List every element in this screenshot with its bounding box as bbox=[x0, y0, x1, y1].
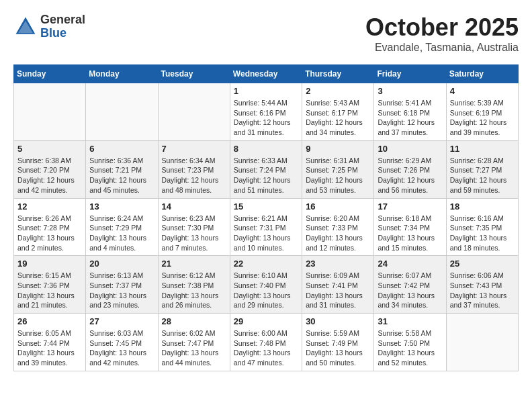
day-number: 5 bbox=[17, 144, 82, 154]
table-row: 18Sunrise: 6:16 AMSunset: 7:35 PMDayligh… bbox=[446, 198, 518, 256]
day-info: Sunrise: 6:34 AMSunset: 7:23 PMDaylight:… bbox=[162, 156, 226, 195]
day-number: 6 bbox=[89, 144, 154, 154]
table-row: 11Sunrise: 6:28 AMSunset: 7:27 PMDayligh… bbox=[446, 140, 518, 198]
table-row: 3Sunrise: 5:41 AMSunset: 6:18 PMDaylight… bbox=[374, 83, 446, 141]
day-info: Sunrise: 6:38 AMSunset: 7:20 PMDaylight:… bbox=[17, 156, 82, 195]
table-row: 24Sunrise: 6:07 AMSunset: 7:42 PMDayligh… bbox=[374, 256, 446, 314]
day-number: 15 bbox=[234, 201, 298, 212]
table-row bbox=[446, 314, 518, 371]
day-number: 25 bbox=[450, 259, 515, 269]
month-title: October 2025 bbox=[365, 13, 519, 42]
day-info: Sunrise: 6:29 AMSunset: 7:26 PMDaylight:… bbox=[378, 156, 442, 195]
day-number: 2 bbox=[306, 86, 370, 96]
table-row: 9Sunrise: 6:31 AMSunset: 7:25 PMDaylight… bbox=[302, 140, 374, 198]
calendar-week-row: 1Sunrise: 5:44 AMSunset: 6:16 PMDaylight… bbox=[14, 83, 519, 141]
table-row: 30Sunrise: 5:59 AMSunset: 7:49 PMDayligh… bbox=[302, 314, 374, 371]
table-row: 2Sunrise: 5:43 AMSunset: 6:17 PMDaylight… bbox=[302, 83, 374, 141]
table-row: 8Sunrise: 6:33 AMSunset: 7:24 PMDaylight… bbox=[230, 140, 302, 198]
day-info: Sunrise: 6:18 AMSunset: 7:34 PMDaylight:… bbox=[378, 214, 442, 253]
logo: General Blue bbox=[13, 13, 85, 40]
day-info: Sunrise: 6:09 AMSunset: 7:41 PMDaylight:… bbox=[306, 271, 370, 310]
day-number: 22 bbox=[234, 259, 298, 269]
day-info: Sunrise: 6:13 AMSunset: 7:37 PMDaylight:… bbox=[89, 271, 154, 310]
day-info: Sunrise: 6:12 AMSunset: 7:38 PMDaylight:… bbox=[162, 271, 226, 310]
day-info: Sunrise: 6:21 AMSunset: 7:31 PMDaylight:… bbox=[234, 214, 298, 253]
day-info: Sunrise: 6:02 AMSunset: 7:47 PMDaylight:… bbox=[162, 328, 226, 368]
table-row: 14Sunrise: 6:23 AMSunset: 7:30 PMDayligh… bbox=[158, 198, 230, 256]
day-number: 23 bbox=[306, 259, 370, 269]
table-row: 13Sunrise: 6:24 AMSunset: 7:29 PMDayligh… bbox=[86, 198, 158, 256]
day-info: Sunrise: 5:41 AMSunset: 6:18 PMDaylight:… bbox=[378, 98, 442, 138]
day-info: Sunrise: 6:28 AMSunset: 7:27 PMDaylight:… bbox=[450, 156, 515, 195]
col-monday: Monday bbox=[86, 65, 158, 83]
day-info: Sunrise: 5:39 AMSunset: 6:19 PMDaylight:… bbox=[450, 98, 515, 138]
day-number: 12 bbox=[17, 201, 82, 212]
table-row bbox=[86, 83, 158, 141]
day-number: 10 bbox=[378, 144, 442, 154]
table-row: 21Sunrise: 6:12 AMSunset: 7:38 PMDayligh… bbox=[158, 256, 230, 314]
col-sunday: Sunday bbox=[14, 65, 86, 83]
day-number: 8 bbox=[234, 144, 298, 154]
day-number: 3 bbox=[378, 86, 442, 96]
col-tuesday: Tuesday bbox=[158, 65, 230, 83]
day-info: Sunrise: 6:31 AMSunset: 7:25 PMDaylight:… bbox=[306, 156, 370, 195]
title-block: October 2025 Evandale, Tasmania, Austral… bbox=[365, 13, 519, 54]
day-number: 14 bbox=[162, 201, 226, 212]
table-row: 27Sunrise: 6:03 AMSunset: 7:45 PMDayligh… bbox=[86, 314, 158, 371]
day-number: 27 bbox=[89, 316, 154, 326]
day-info: Sunrise: 6:06 AMSunset: 7:43 PMDaylight:… bbox=[450, 271, 515, 310]
location-title: Evandale, Tasmania, Australia bbox=[365, 42, 519, 54]
day-info: Sunrise: 5:43 AMSunset: 6:17 PMDaylight:… bbox=[306, 98, 370, 138]
logo-blue-label: Blue bbox=[40, 27, 85, 40]
day-info: Sunrise: 6:00 AMSunset: 7:48 PMDaylight:… bbox=[234, 328, 298, 368]
table-row bbox=[14, 83, 86, 141]
logo-general-label: General bbox=[40, 13, 85, 27]
table-row: 7Sunrise: 6:34 AMSunset: 7:23 PMDaylight… bbox=[158, 140, 230, 198]
page-header: General Blue October 2025 Evandale, Tasm… bbox=[13, 13, 519, 54]
day-info: Sunrise: 6:05 AMSunset: 7:44 PMDaylight:… bbox=[17, 328, 82, 368]
day-number: 26 bbox=[17, 316, 82, 326]
table-row: 1Sunrise: 5:44 AMSunset: 6:16 PMDaylight… bbox=[230, 83, 302, 141]
calendar-week-row: 19Sunrise: 6:15 AMSunset: 7:36 PMDayligh… bbox=[14, 256, 519, 314]
day-number: 17 bbox=[378, 201, 442, 212]
day-info: Sunrise: 6:16 AMSunset: 7:35 PMDaylight:… bbox=[450, 214, 515, 253]
table-row bbox=[158, 83, 230, 141]
day-info: Sunrise: 6:03 AMSunset: 7:45 PMDaylight:… bbox=[89, 328, 154, 368]
col-wednesday: Wednesday bbox=[230, 65, 302, 83]
calendar-table: Sunday Monday Tuesday Wednesday Thursday… bbox=[13, 64, 519, 371]
day-info: Sunrise: 5:59 AMSunset: 7:49 PMDaylight:… bbox=[306, 328, 370, 368]
table-row: 6Sunrise: 6:36 AMSunset: 7:21 PMDaylight… bbox=[86, 140, 158, 198]
day-number: 16 bbox=[306, 201, 370, 212]
col-thursday: Thursday bbox=[302, 65, 374, 83]
day-info: Sunrise: 6:15 AMSunset: 7:36 PMDaylight:… bbox=[17, 271, 82, 310]
day-info: Sunrise: 6:26 AMSunset: 7:28 PMDaylight:… bbox=[17, 214, 82, 253]
day-number: 28 bbox=[162, 316, 226, 326]
day-info: Sunrise: 6:23 AMSunset: 7:30 PMDaylight:… bbox=[162, 214, 226, 253]
table-row: 20Sunrise: 6:13 AMSunset: 7:37 PMDayligh… bbox=[86, 256, 158, 314]
calendar-week-row: 5Sunrise: 6:38 AMSunset: 7:20 PMDaylight… bbox=[14, 140, 519, 198]
table-row: 4Sunrise: 5:39 AMSunset: 6:19 PMDaylight… bbox=[446, 83, 518, 141]
day-number: 13 bbox=[89, 201, 154, 212]
logo-text: General Blue bbox=[40, 13, 85, 40]
table-row: 23Sunrise: 6:09 AMSunset: 7:41 PMDayligh… bbox=[302, 256, 374, 314]
table-row: 17Sunrise: 6:18 AMSunset: 7:34 PMDayligh… bbox=[374, 198, 446, 256]
day-number: 21 bbox=[162, 259, 226, 269]
table-row: 22Sunrise: 6:10 AMSunset: 7:40 PMDayligh… bbox=[230, 256, 302, 314]
day-number: 9 bbox=[306, 144, 370, 154]
day-info: Sunrise: 6:20 AMSunset: 7:33 PMDaylight:… bbox=[306, 214, 370, 253]
day-number: 31 bbox=[378, 316, 442, 326]
table-row: 31Sunrise: 5:58 AMSunset: 7:50 PMDayligh… bbox=[374, 314, 446, 371]
day-info: Sunrise: 6:24 AMSunset: 7:29 PMDaylight:… bbox=[89, 214, 154, 253]
day-number: 19 bbox=[17, 259, 82, 269]
calendar-week-row: 12Sunrise: 6:26 AMSunset: 7:28 PMDayligh… bbox=[14, 198, 519, 256]
day-info: Sunrise: 6:10 AMSunset: 7:40 PMDaylight:… bbox=[234, 271, 298, 310]
table-row: 19Sunrise: 6:15 AMSunset: 7:36 PMDayligh… bbox=[14, 256, 86, 314]
table-row: 29Sunrise: 6:00 AMSunset: 7:48 PMDayligh… bbox=[230, 314, 302, 371]
day-number: 11 bbox=[450, 144, 515, 154]
table-row: 25Sunrise: 6:06 AMSunset: 7:43 PMDayligh… bbox=[446, 256, 518, 314]
day-info: Sunrise: 6:36 AMSunset: 7:21 PMDaylight:… bbox=[89, 156, 154, 195]
day-number: 18 bbox=[450, 201, 515, 212]
day-number: 7 bbox=[162, 144, 226, 154]
table-row: 10Sunrise: 6:29 AMSunset: 7:26 PMDayligh… bbox=[374, 140, 446, 198]
table-row: 12Sunrise: 6:26 AMSunset: 7:28 PMDayligh… bbox=[14, 198, 86, 256]
